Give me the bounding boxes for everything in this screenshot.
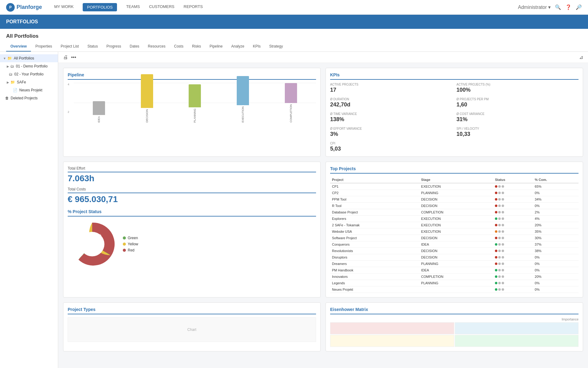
tab-resources[interactable]: Resources: [144, 42, 170, 52]
status-dot-2: [498, 282, 501, 284]
arrow-icon: [3, 97, 4, 100]
legend-label-yellow: Yellow: [128, 242, 138, 246]
project-stage: DECISION: [419, 196, 493, 203]
project-status: [493, 267, 533, 274]
sidebar-item-demo-portfolio[interactable]: ▶ 🗂 01 - Demo Portfolio: [0, 62, 58, 70]
pie-label-red: 59%: [83, 244, 90, 248]
more-options-icon[interactable]: •••: [71, 55, 76, 60]
project-name: 2 SAFe - Tokamak: [330, 222, 419, 228]
col-project: Project: [330, 177, 419, 183]
status-dot-3: [502, 185, 504, 188]
document-icon: 📄: [13, 88, 17, 92]
project-status: [493, 228, 533, 235]
pie-container: 59% 35% Green Yellow: [68, 220, 316, 269]
project-completion: 30%: [533, 235, 579, 241]
status-dot-2: [498, 205, 501, 207]
project-status: [493, 190, 533, 196]
settings-icon[interactable]: 🔎: [576, 4, 582, 10]
project-name: Innovators: [330, 274, 419, 280]
project-completion: 20%: [533, 274, 579, 280]
eisenhower-matrix: [330, 322, 579, 347]
tab-progress[interactable]: Progress: [102, 42, 125, 52]
tab-risks[interactable]: Risks: [188, 42, 205, 52]
status-dot-3: [502, 205, 504, 207]
user-menu[interactable]: Administrator ▾: [518, 4, 551, 10]
search-icon[interactable]: 🔍: [555, 4, 561, 10]
project-name: Disruptors: [330, 254, 419, 261]
kpi-grid: ACTIVE PROJECTS 17 ACTIVE PROJECTS (%) 1…: [330, 83, 579, 152]
sidebar-item-neues-projekt[interactable]: 📄 Neues Projekt: [0, 86, 58, 94]
status-dot-primary: [495, 237, 497, 239]
sidebar-item-your-portfolio[interactable]: 🗂 02 - Your Portfolio: [0, 70, 58, 78]
nav-portfolios[interactable]: PORTFOLIOS: [83, 3, 117, 11]
quadrant-bottom-left: [330, 335, 454, 347]
bar-label-decision: DECISION: [145, 109, 149, 123]
tab-project-list[interactable]: Project List: [56, 42, 83, 52]
status-dot-2: [498, 192, 501, 194]
project-completion: 34%: [533, 196, 579, 203]
table-row: Neues Projekt 0%: [330, 286, 579, 293]
project-completion: 0%: [533, 203, 579, 209]
tab-dates[interactable]: Dates: [126, 42, 144, 52]
tab-properties[interactable]: Properties: [31, 42, 56, 52]
project-stage: [419, 286, 493, 293]
project-status: [493, 203, 533, 209]
col-stage: Stage: [419, 177, 493, 183]
tab-status[interactable]: Status: [83, 42, 102, 52]
project-stage: COMPLETION: [419, 274, 493, 280]
status-dot-2: [498, 256, 501, 259]
tab-overview[interactable]: Overview: [6, 42, 31, 52]
kpi-label: ACTIVE PROJECTS: [330, 83, 452, 86]
nav-reports[interactable]: REPORTS: [184, 3, 203, 11]
filter-icon[interactable]: ⊿: [579, 54, 583, 60]
kpi-active-projects: ACTIVE PROJECTS 17: [330, 83, 452, 93]
table-row: CP2 PLANNING 0%: [330, 190, 579, 196]
project-stage: PLANNING: [419, 190, 493, 196]
tab-costs[interactable]: Costs: [170, 42, 188, 52]
project-types-placeholder: Chart: [68, 317, 316, 342]
logo[interactable]: P Planforge: [6, 3, 42, 12]
total-costs-label: Total Costs: [68, 187, 316, 191]
sidebar-item-safe[interactable]: ▶ 📁 SAFe: [0, 78, 58, 86]
nav-my-work[interactable]: MY WORK: [54, 3, 74, 11]
project-stage: COMPLETION: [419, 209, 493, 216]
status-dot-2: [498, 198, 501, 201]
sidebar-item-all-portfolios[interactable]: ▼ 📁 All Portfolios: [0, 54, 58, 62]
project-status: [493, 248, 533, 254]
nav-teams[interactable]: TEAMS: [126, 3, 140, 11]
project-stage: EXECUTION: [419, 216, 493, 222]
project-status: [493, 196, 533, 203]
project-name: Dreamers: [330, 261, 419, 267]
status-dot-3: [502, 237, 504, 239]
status-dot-primary: [495, 243, 497, 246]
project-completion: 0%: [533, 280, 579, 286]
print-icon[interactable]: 🖨: [63, 55, 68, 60]
project-completion: 37%: [533, 241, 579, 248]
folder-icon: 🗂: [9, 72, 13, 76]
legend-dot-green: [123, 236, 126, 240]
sidebar-item-deleted-projects[interactable]: 🗑 Deleted Projects: [0, 94, 58, 102]
table-row: 2 SAFe - Tokamak EXECUTION 20%: [330, 222, 579, 228]
status-dot-primary: [495, 282, 497, 284]
tab-strategy[interactable]: Strategy: [265, 42, 287, 52]
folder-icon: 📁: [10, 80, 15, 84]
pipeline-bar-completion: COMPLETION: [269, 83, 313, 123]
kpi-active-projects-pct: ACTIVE PROJECTS (%) 100%: [457, 83, 579, 93]
logo-text: Planforge: [17, 4, 42, 10]
arrow-icon: ▼: [3, 57, 6, 60]
portfolios-title: PORTFOLIOS: [6, 19, 38, 24]
status-dot-2: [498, 269, 501, 271]
tab-kpis[interactable]: KPIs: [249, 42, 265, 52]
nav-customers[interactable]: CUSTOMERS: [149, 3, 175, 11]
status-dot-3: [502, 250, 504, 252]
tab-analyze[interactable]: Analyze: [227, 42, 249, 52]
status-dot-3: [502, 224, 504, 226]
table-row: Explorers EXECUTION 4%: [330, 216, 579, 222]
arrow-icon: ▶: [7, 65, 9, 68]
kpi-label: Ø DURATION: [330, 98, 452, 101]
help-icon[interactable]: ❓: [565, 4, 571, 10]
kpi-label: Ø PROJECTS PER PM: [457, 98, 579, 101]
status-dot-primary: [495, 192, 497, 194]
tab-pipeline[interactable]: Pipeline: [205, 42, 227, 52]
project-completion: 2%: [533, 209, 579, 216]
